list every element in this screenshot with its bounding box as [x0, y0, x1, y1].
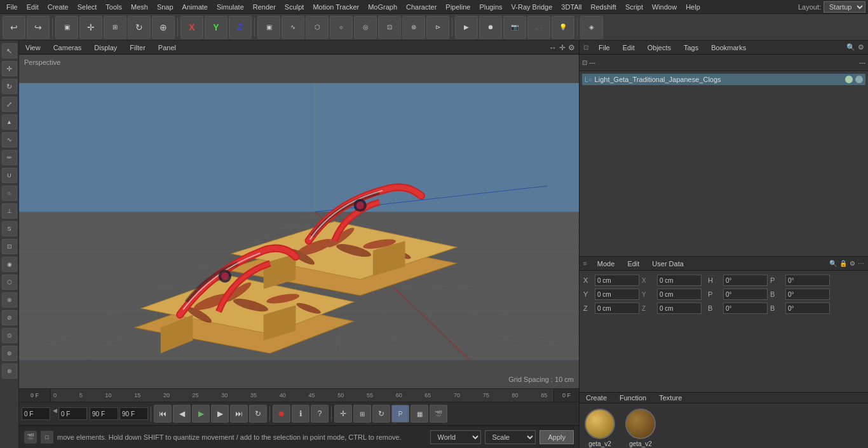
- viewport[interactable]: Perspective Grid Spacing : 10 cm: [19, 55, 579, 388]
- object-button[interactable]: ▣: [257, 16, 280, 39]
- polygon-button[interactable]: ⬡: [306, 16, 329, 39]
- apply-button[interactable]: Apply: [539, 430, 574, 444]
- menu-mesh[interactable]: Mesh: [127, 2, 152, 12]
- play-button[interactable]: ▶: [192, 405, 210, 423]
- frame-input-right[interactable]: 0 F: [562, 392, 571, 398]
- visibility-dot1[interactable]: [845, 76, 853, 83]
- b2-input[interactable]: [723, 302, 768, 314]
- loop-button[interactable]: ↻: [249, 405, 267, 423]
- mat-menu-texture[interactable]: Texture: [656, 393, 684, 403]
- world-dropdown[interactable]: World: [430, 430, 481, 444]
- menu-redshift[interactable]: Redshift: [587, 2, 620, 12]
- vp-menu-view[interactable]: View: [23, 43, 43, 53]
- tool-extra3[interactable]: ⊙: [2, 328, 17, 343]
- om-menu-tags[interactable]: Tags: [681, 43, 701, 53]
- info-button[interactable]: ℹ: [292, 405, 309, 423]
- tool-polygon[interactable]: ▲: [2, 114, 17, 130]
- start-frame-input[interactable]: [22, 407, 50, 420]
- b-input[interactable]: [785, 288, 830, 300]
- menu-help[interactable]: Help: [682, 2, 704, 12]
- scale-dropdown[interactable]: Scale: [485, 430, 536, 444]
- tool-loop[interactable]: ○: [2, 186, 17, 201]
- om-menu-file[interactable]: File: [596, 43, 613, 53]
- tool-extra2[interactable]: ⊘: [2, 310, 17, 325]
- camera-button[interactable]: 📷: [503, 16, 526, 39]
- menu-plugins[interactable]: Plugins: [475, 2, 506, 12]
- attr-lock-icon[interactable]: 🔒: [839, 260, 847, 267]
- om-menu-edit[interactable]: Edit: [620, 43, 637, 53]
- mat-menu-create[interactable]: Create: [583, 393, 609, 403]
- snap-rotate-button[interactable]: ↻: [372, 405, 390, 423]
- tool-move[interactable]: ✛: [2, 61, 17, 76]
- p2-input[interactable]: [723, 288, 768, 300]
- search-icon[interactable]: 🔍: [846, 43, 855, 51]
- select-model-button[interactable]: ▣: [55, 16, 78, 39]
- snap-grid-button[interactable]: ▦: [410, 405, 428, 423]
- redo-button[interactable]: ↪: [27, 16, 50, 39]
- menu-simulate[interactable]: Simulate: [213, 2, 248, 12]
- attr-settings-icon[interactable]: ⚙: [850, 260, 855, 267]
- status-icon-display[interactable]: □: [41, 431, 53, 444]
- menu-animate[interactable]: Animate: [179, 2, 212, 12]
- menu-tools[interactable]: Tools: [102, 2, 126, 12]
- attr-menu-userdata[interactable]: User Data: [649, 259, 686, 269]
- step-back-button[interactable]: ◀: [173, 405, 191, 423]
- effectors-button[interactable]: ⊛: [402, 16, 425, 39]
- nurbs-button[interactable]: ◎: [354, 16, 377, 39]
- step-forward-button[interactable]: ▶: [211, 405, 229, 423]
- help-button[interactable]: ?: [311, 405, 329, 423]
- material-swatch-2[interactable]: [625, 409, 656, 439]
- menu-pipeline[interactable]: Pipeline: [442, 2, 474, 12]
- om-menu-bookmarks[interactable]: Bookmarks: [709, 43, 749, 53]
- tool-select[interactable]: ↖: [2, 43, 17, 58]
- tool-bridge[interactable]: ⊥: [2, 203, 17, 219]
- mat-menu-function[interactable]: Function: [617, 393, 649, 403]
- tool-sketch[interactable]: ✏: [2, 150, 17, 165]
- menu-render[interactable]: Render: [249, 2, 280, 12]
- go-start-button[interactable]: ⏮: [154, 405, 172, 423]
- transform-button[interactable]: ⊕: [152, 16, 175, 39]
- snap-scale-button[interactable]: ⊞: [353, 405, 371, 423]
- attr-dots-icon[interactable]: ⋯: [858, 260, 864, 267]
- tool-magnet[interactable]: U: [2, 168, 17, 183]
- menu-sculpt[interactable]: Sculpt: [281, 2, 308, 12]
- end-preview-input[interactable]: [90, 407, 118, 420]
- expand-icon[interactable]: ↔: [549, 43, 557, 52]
- attr-search-icon[interactable]: 🔍: [829, 260, 837, 267]
- menu-window[interactable]: Window: [648, 2, 681, 12]
- material-item-1[interactable]: geta_v2: [585, 409, 615, 447]
- h-input[interactable]: [723, 275, 768, 286]
- filter-icon[interactable]: ⚙: [858, 43, 864, 51]
- current-frame-input[interactable]: [58, 407, 87, 420]
- menu-script[interactable]: Script: [621, 2, 647, 12]
- end-total-input[interactable]: [119, 407, 148, 420]
- display-style-button[interactable]: ◈: [580, 16, 603, 39]
- status-icon-left[interactable]: 🎬: [24, 431, 37, 444]
- viewport-render-button[interactable]: ⏺: [479, 16, 502, 39]
- light-button[interactable]: 💡: [552, 16, 574, 39]
- menu-mograph[interactable]: MoGraph: [364, 2, 401, 12]
- z-pos-input[interactable]: [595, 302, 639, 314]
- rotate-button[interactable]: ↻: [128, 16, 151, 39]
- move-button[interactable]: ✛: [79, 16, 102, 39]
- menu-create[interactable]: Create: [44, 2, 72, 12]
- tool-extrude[interactable]: ⊡: [2, 239, 17, 254]
- spline-button[interactable]: ∿: [281, 16, 304, 39]
- tool-scale[interactable]: ⤢: [2, 97, 17, 112]
- tool-extra4[interactable]: ⊚: [2, 346, 17, 361]
- undo-button[interactable]: ↩: [3, 16, 25, 39]
- attr-menu-mode[interactable]: Mode: [595, 259, 618, 269]
- menu-snap[interactable]: Snap: [153, 2, 177, 12]
- vp-menu-panel[interactable]: Panel: [156, 43, 179, 53]
- move-view-icon[interactable]: ✛: [559, 43, 566, 52]
- tool-extra5[interactable]: ⊛: [2, 363, 17, 379]
- render-view-button[interactable]: ▶: [455, 16, 478, 39]
- tool-rotate[interactable]: ↻: [2, 79, 17, 94]
- vp-menu-filter[interactable]: Filter: [127, 43, 147, 53]
- mograph-button[interactable]: ⊡: [378, 16, 401, 39]
- menu-3dtall[interactable]: 3DTAll: [557, 2, 585, 12]
- y-pos-input[interactable]: [595, 288, 639, 300]
- attr-menu-edit[interactable]: Edit: [625, 259, 642, 269]
- tag-button[interactable]: ⊳: [426, 16, 449, 39]
- camera-object-button[interactable]: 🎥: [527, 16, 550, 39]
